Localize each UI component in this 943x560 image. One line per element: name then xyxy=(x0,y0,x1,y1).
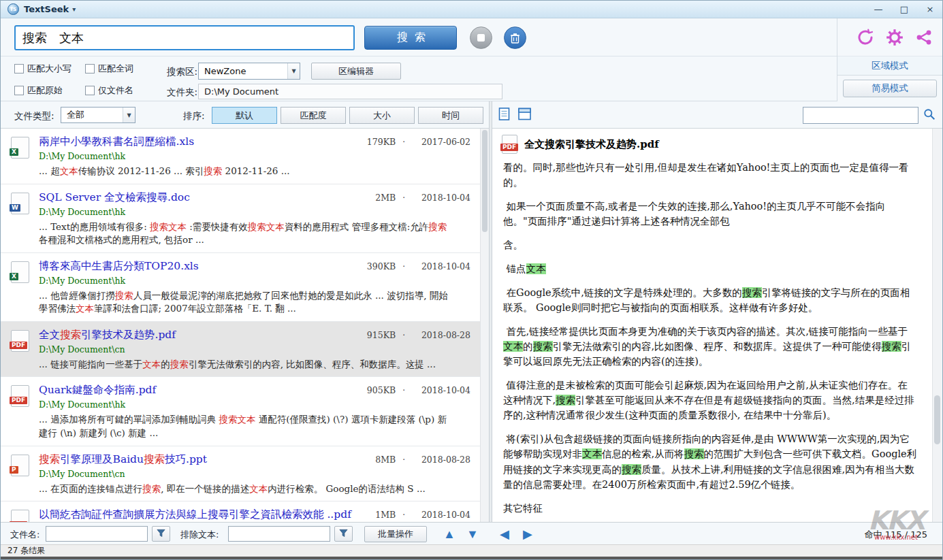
filename-filter-button[interactable] xyxy=(152,526,170,542)
result-row[interactable]: PDFQuark鍵盤命令指南.pdf905KB·2018-10-04D:\My … xyxy=(1,377,480,446)
result-title-line: 搜索引擎原理及Baidu搜索技巧.ppt8MB·2018-08-28 xyxy=(39,452,470,467)
file-icon-pdf: PDF xyxy=(11,510,29,522)
zone-dropdown-value: NewZone xyxy=(204,66,246,76)
file-icon-label: X xyxy=(10,148,18,156)
result-title[interactable]: Quark鍵盤命令指南.pdf xyxy=(39,383,362,397)
preview-search-button[interactable] xyxy=(921,107,938,124)
sort-button-time[interactable]: 时间 xyxy=(418,107,483,124)
share-icon[interactable] xyxy=(914,27,934,48)
result-title[interactable]: 兩岸中小學教科書名詞歷縮檔.xls xyxy=(39,135,362,149)
gear-icon[interactable] xyxy=(884,27,905,48)
next-hit-button[interactable]: ▶ xyxy=(518,525,537,543)
preview-scrollbar-thumb[interactable] xyxy=(934,395,940,444)
checkbox-box[interactable] xyxy=(85,64,95,73)
result-title[interactable]: 博客來高中生書店分類TOP20.xls xyxy=(39,259,362,274)
sort-label: 排序: xyxy=(183,110,205,122)
result-down-button[interactable]: ▼ xyxy=(463,525,482,543)
text-segment: Quark鍵盤命令指南.pdf xyxy=(39,384,156,396)
sort-button-size[interactable]: 大小 xyxy=(349,107,415,124)
text-segment: 兩岸中小學教科書名詞歷縮檔.xls xyxy=(39,135,194,148)
result-title[interactable]: SQL Server 全文檢索搜尋.doc xyxy=(39,191,370,205)
sort-button-relevance[interactable]: 匹配度 xyxy=(281,107,346,124)
preview-layout-icon[interactable] xyxy=(518,108,531,123)
zone-editor-button[interactable]: 区编辑器 xyxy=(311,63,401,80)
sort-button-default[interactable]: 默认 xyxy=(212,107,277,124)
file-icon-doc: W xyxy=(11,193,29,214)
result-row[interactable]: PDF以簡紇杏詢証件查詢擴展方法與線上搜尋引擎之資訊檢索效能 ..pdf1MB·… xyxy=(1,501,480,522)
result-row[interactable]: P搜索引擎原理及Baidu搜索技巧.ppt8MB·2018-08-28D:\My… xyxy=(1,446,480,502)
checkbox-match-case[interactable]: 匹配大小写 xyxy=(14,63,85,75)
preview-search-input[interactable] xyxy=(803,107,918,124)
exclude-filter-button[interactable] xyxy=(334,526,353,542)
maximize-button[interactable]: □ xyxy=(899,4,910,14)
result-title-line: 以簡紇杏詢証件查詢擴展方法與線上搜尋引擎之資訊檢索效能 ..pdf1MB·201… xyxy=(39,508,470,522)
refresh-icon[interactable] xyxy=(855,27,876,48)
result-date: 2018-08-28 xyxy=(412,330,470,340)
separator-dot-icon: · xyxy=(402,193,405,203)
result-snippet: ... 他曾經像個打撈搜索人員一般從最泥濘的湖底把她救了回來他對她的愛是如此永 … xyxy=(39,289,470,316)
checkbox-match-whole-word[interactable]: 匹配全词 xyxy=(85,63,156,75)
result-up-button[interactable]: ▲ xyxy=(440,525,459,543)
clear-results-button[interactable] xyxy=(504,27,526,49)
checkbox-filename-only[interactable]: 仅文件名 xyxy=(85,84,156,97)
separator-dot-icon: · xyxy=(402,386,405,395)
result-title-line: Quark鍵盤命令指南.pdf905KB·2018-10-04 xyxy=(39,383,470,397)
result-path: D:\My Document\hk xyxy=(39,399,470,410)
preview-scrollbar[interactable] xyxy=(932,129,942,522)
app-menu-caret-icon[interactable]: ▾ xyxy=(72,5,76,13)
highlighted-keyword: 搜索 xyxy=(622,464,641,475)
highlighted-keyword: 文本 xyxy=(249,483,268,494)
preview-file-title: 全文搜索引擎技术及趋势.pdf xyxy=(524,138,659,151)
result-snippet: ... 在页面的连接锚点进行搜索, 即在一个链接的描述文本内进行检索。 Goog… xyxy=(39,482,470,496)
result-title[interactable]: 全文搜索引擎技术及趋势.pdf xyxy=(39,328,362,342)
result-row[interactable]: X博客來高中生書店分類TOP20.xls390KB·2018-10-04D:\M… xyxy=(1,253,480,322)
results-scrollbar-thumb[interactable] xyxy=(482,130,488,232)
exclude-text-input[interactable] xyxy=(228,526,330,542)
result-path: D:\My Document\cn xyxy=(39,344,470,355)
search-input[interactable] xyxy=(14,25,355,50)
zone-mode-button[interactable]: 区域模式 xyxy=(837,56,942,76)
text-segment: ... 他曾經像個打撈 xyxy=(39,290,115,301)
checkbox-match-original[interactable]: 匹配原始 xyxy=(14,84,85,97)
preview-doc-icon[interactable] xyxy=(498,108,510,123)
result-title-line: SQL Server 全文檢索搜尋.doc2MB·2018-10-04 xyxy=(39,191,470,205)
zone-label: 搜索区: xyxy=(167,66,197,78)
easy-mode-button[interactable]: 简易模式 xyxy=(843,80,937,97)
preview-body: 看的。同时,那些也许只有一处引用,但却是发生在诸如Yahoo!主页上的页面也一定… xyxy=(492,158,932,516)
result-date: 2018-10-04 xyxy=(412,193,470,203)
batch-operations-button[interactable]: 批量操作 xyxy=(364,526,427,542)
zone-dropdown[interactable]: NewZone ▼ xyxy=(198,63,300,80)
file-type-dropdown[interactable]: 全部 ▼ xyxy=(61,107,135,123)
folder-field[interactable]: D:\My Document xyxy=(198,84,502,99)
result-size: 2MB xyxy=(375,193,396,203)
left-arrow-icon: ◀ xyxy=(500,527,509,541)
search-button[interactable]: 搜索 xyxy=(364,26,457,50)
prev-hit-button[interactable]: ◀ xyxy=(495,525,514,543)
preview-paragraph: 值得注意的是未被检索的页面可能会引起麻烦,因为在返回给用户之前,从未证实他们存在… xyxy=(503,378,917,423)
stop-button[interactable] xyxy=(470,27,492,49)
checkbox-box[interactable] xyxy=(85,86,95,95)
preview-file-icon: PDF xyxy=(502,135,517,154)
highlighted-keyword: 文本 xyxy=(76,303,94,314)
result-title[interactable]: 以簡紇杏詢証件查詢擴展方法與線上搜尋引擎之資訊檢索效能 ..pdf xyxy=(39,508,370,522)
result-row[interactable]: X兩岸中小學教科書名詞歷縮檔.xls179KB·2017-06-02D:\My … xyxy=(1,129,480,184)
close-button[interactable]: × xyxy=(925,4,936,14)
text-segment: 技巧.ppt xyxy=(165,453,207,465)
stop-icon xyxy=(477,34,485,42)
filename-filter-input[interactable] xyxy=(46,526,148,542)
result-date: 2018-10-04 xyxy=(412,510,470,520)
preview-header: PDF 全文搜索引擎技术及趋势.pdf xyxy=(492,129,932,158)
result-path: D:\My Document\hk xyxy=(39,276,470,286)
highlighted-keyword: 文本 xyxy=(60,165,78,176)
minimize-button[interactable]: — xyxy=(873,4,884,14)
checkbox-box[interactable] xyxy=(14,86,24,95)
result-row[interactable]: PDF全文搜索引擎技术及趋势.pdf915KB·2018-08-28D:\My … xyxy=(1,322,480,378)
results-scrollbar[interactable] xyxy=(480,129,489,522)
search-toolbar: 搜索 xyxy=(1,18,837,56)
highlighted-keyword: 搜索 xyxy=(144,453,165,465)
result-title[interactable]: 搜索引擎原理及Baidu搜索技巧.ppt xyxy=(39,452,370,467)
result-date: 2018-10-04 xyxy=(412,385,470,395)
text-segment: 在Google系统中,链接的文字是特殊处理的。大多数的 xyxy=(503,287,742,298)
checkbox-box[interactable] xyxy=(14,64,24,73)
result-row[interactable]: WSQL Server 全文檢索搜尋.doc2MB·2018-10-04D:\M… xyxy=(1,184,480,253)
